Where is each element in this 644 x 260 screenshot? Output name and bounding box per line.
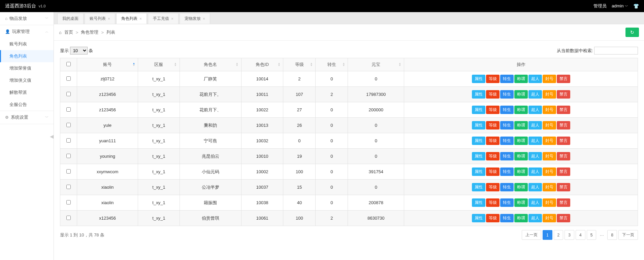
action-button-转生[interactable]: 转生 bbox=[500, 137, 514, 145]
sidebar-group-header[interactable]: ⚙系统设置﹀ bbox=[0, 111, 54, 124]
page-button[interactable]: 4 bbox=[576, 230, 585, 240]
action-button-禁言[interactable]: 禁言 bbox=[557, 106, 570, 114]
action-button-转生[interactable]: 转生 bbox=[500, 75, 514, 83]
action-button-超人[interactable]: 超人 bbox=[528, 137, 542, 145]
action-button-封号[interactable]: 封号 bbox=[543, 198, 556, 207]
sidebar-item[interactable]: 增加侠义值 bbox=[0, 74, 54, 86]
row-checkbox[interactable] bbox=[66, 154, 71, 158]
action-button-属性[interactable]: 属性 bbox=[472, 90, 485, 99]
action-button-称谓[interactable]: 称谓 bbox=[514, 90, 528, 99]
sidebar-item[interactable]: 解散帮派 bbox=[0, 86, 54, 99]
action-button-属性[interactable]: 属性 bbox=[472, 168, 485, 176]
refresh-button[interactable]: ↻ bbox=[625, 28, 639, 37]
column-header[interactable]: 元宝▲▼ bbox=[348, 58, 404, 71]
action-button-等级[interactable]: 等级 bbox=[486, 152, 500, 160]
theme-icon[interactable] bbox=[633, 3, 639, 9]
action-button-等级[interactable]: 等级 bbox=[486, 90, 500, 99]
action-button-属性[interactable]: 属性 bbox=[472, 121, 485, 129]
sidebar-group-header[interactable]: 👤玩家管理︿ bbox=[0, 25, 54, 38]
action-button-转生[interactable]: 转生 bbox=[500, 214, 514, 222]
action-button-禁言[interactable]: 禁言 bbox=[557, 152, 570, 160]
action-button-等级[interactable]: 等级 bbox=[486, 121, 500, 129]
column-header[interactable]: 角色ID▲▼ bbox=[241, 58, 283, 71]
column-header[interactable]: 区服▲▼ bbox=[138, 58, 180, 71]
action-button-等级[interactable]: 等级 bbox=[486, 168, 500, 176]
action-button-属性[interactable]: 属性 bbox=[472, 137, 485, 145]
action-button-超人[interactable]: 超人 bbox=[528, 183, 542, 191]
sidebar-collapse-handle[interactable]: ◀ bbox=[50, 133, 54, 140]
breadcrumb-item[interactable]: 首页 bbox=[64, 29, 73, 35]
tab[interactable]: 账号列表× bbox=[85, 13, 115, 24]
action-button-等级[interactable]: 等级 bbox=[486, 137, 500, 145]
action-button-称谓[interactable]: 称谓 bbox=[514, 75, 528, 83]
action-button-转生[interactable]: 转生 bbox=[500, 198, 514, 207]
close-icon[interactable]: × bbox=[203, 16, 205, 21]
action-button-禁言[interactable]: 禁言 bbox=[557, 168, 570, 176]
row-checkbox[interactable] bbox=[66, 169, 71, 174]
action-button-超人[interactable]: 超人 bbox=[528, 152, 542, 160]
action-button-超人[interactable]: 超人 bbox=[528, 214, 542, 222]
tab[interactable]: 手工充值× bbox=[148, 13, 179, 24]
action-button-封号[interactable]: 封号 bbox=[543, 121, 556, 129]
row-checkbox[interactable] bbox=[66, 123, 71, 127]
column-header[interactable]: 转生▲▼ bbox=[316, 58, 348, 71]
action-button-转生[interactable]: 转生 bbox=[500, 168, 514, 176]
action-button-禁言[interactable]: 禁言 bbox=[557, 214, 570, 222]
page-button[interactable]: 8 bbox=[607, 230, 617, 240]
sidebar-item[interactable]: 增加荣誉值 bbox=[0, 62, 54, 74]
action-button-属性[interactable]: 属性 bbox=[472, 214, 485, 222]
action-button-封号[interactable]: 封号 bbox=[543, 106, 556, 114]
action-button-等级[interactable]: 等级 bbox=[486, 214, 500, 222]
prev-page-button[interactable]: 上一页 bbox=[522, 230, 541, 240]
action-button-封号[interactable]: 封号 bbox=[543, 168, 556, 176]
action-button-转生[interactable]: 转生 bbox=[500, 183, 514, 191]
home-icon[interactable]: ⌂ bbox=[59, 30, 62, 35]
page-button[interactable]: 5 bbox=[587, 230, 597, 240]
action-button-称谓[interactable]: 称谓 bbox=[514, 137, 528, 145]
action-button-封号[interactable]: 封号 bbox=[543, 214, 556, 222]
action-button-等级[interactable]: 等级 bbox=[486, 75, 500, 83]
action-button-禁言[interactable]: 禁言 bbox=[557, 137, 570, 145]
search-input[interactable] bbox=[594, 47, 638, 54]
sidebar-group-header[interactable]: ⌂物品发放﹀ bbox=[0, 12, 54, 25]
action-button-禁言[interactable]: 禁言 bbox=[557, 198, 570, 207]
tab[interactable]: 宠物发放× bbox=[180, 13, 210, 24]
column-header[interactable]: 账号▲▼ bbox=[77, 58, 138, 71]
action-button-转生[interactable]: 转生 bbox=[500, 121, 514, 129]
action-button-属性[interactable]: 属性 bbox=[472, 152, 485, 160]
user-dropdown[interactable]: admin ﹀ bbox=[612, 3, 628, 9]
action-button-转生[interactable]: 转生 bbox=[500, 106, 514, 114]
action-button-属性[interactable]: 属性 bbox=[472, 183, 485, 191]
action-button-封号[interactable]: 封号 bbox=[543, 152, 556, 160]
row-checkbox[interactable] bbox=[66, 200, 71, 205]
action-button-禁言[interactable]: 禁言 bbox=[557, 90, 570, 99]
column-header[interactable]: 角色名▲▼ bbox=[180, 58, 241, 71]
tab[interactable]: 角色列表× bbox=[116, 13, 147, 24]
action-button-禁言[interactable]: 禁言 bbox=[557, 75, 570, 83]
action-button-称谓[interactable]: 称谓 bbox=[514, 106, 528, 114]
action-button-封号[interactable]: 封号 bbox=[543, 75, 556, 83]
close-icon[interactable]: × bbox=[139, 16, 142, 21]
action-button-禁言[interactable]: 禁言 bbox=[557, 183, 570, 191]
action-button-称谓[interactable]: 称谓 bbox=[514, 198, 528, 207]
next-page-button[interactable]: 下一页 bbox=[618, 230, 638, 240]
action-button-超人[interactable]: 超人 bbox=[528, 121, 542, 129]
action-button-属性[interactable]: 属性 bbox=[472, 106, 485, 114]
page-size-select[interactable]: 102550100 bbox=[70, 47, 88, 54]
action-button-称谓[interactable]: 称谓 bbox=[514, 183, 528, 191]
tab[interactable]: 我的桌面 bbox=[57, 13, 84, 24]
row-checkbox[interactable] bbox=[66, 107, 71, 112]
page-button[interactable]: 2 bbox=[554, 230, 564, 240]
action-button-超人[interactable]: 超人 bbox=[528, 75, 542, 83]
sidebar-item[interactable]: 账号列表 bbox=[0, 38, 54, 50]
close-icon[interactable]: × bbox=[108, 16, 110, 21]
breadcrumb-item[interactable]: 角色管理 bbox=[81, 29, 98, 35]
row-checkbox[interactable] bbox=[66, 138, 71, 143]
action-button-称谓[interactable]: 称谓 bbox=[514, 214, 528, 222]
action-button-超人[interactable]: 超人 bbox=[528, 168, 542, 176]
action-button-称谓[interactable]: 称谓 bbox=[514, 121, 528, 129]
row-checkbox[interactable] bbox=[66, 216, 71, 220]
action-button-超人[interactable]: 超人 bbox=[528, 90, 542, 99]
action-button-禁言[interactable]: 禁言 bbox=[557, 121, 570, 129]
action-button-称谓[interactable]: 称谓 bbox=[514, 152, 528, 160]
